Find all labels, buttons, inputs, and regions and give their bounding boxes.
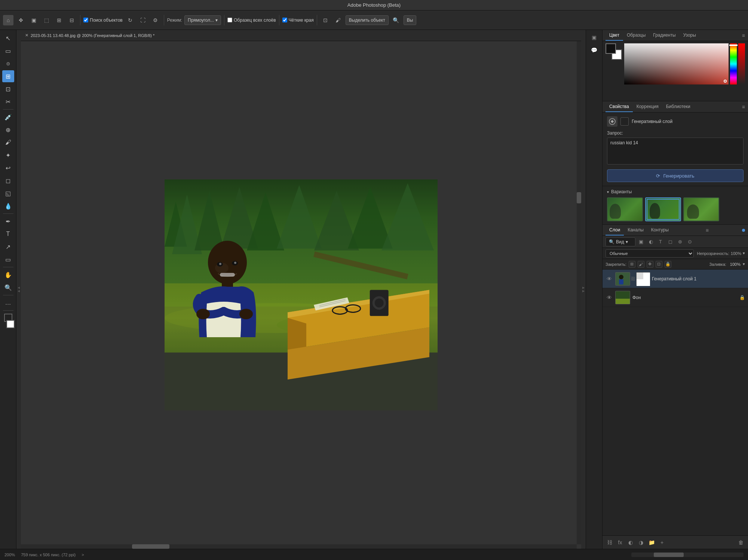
transform-tool[interactable]: ⊞ bbox=[2, 70, 14, 82]
foreground-color-box[interactable] bbox=[606, 43, 616, 54]
layer-adjust-filter[interactable]: ◐ bbox=[647, 238, 655, 246]
lock-artboard-btn[interactable]: 🖌 bbox=[638, 261, 644, 268]
layer-fx-btn[interactable]: fx bbox=[616, 538, 624, 547]
add-mask-btn[interactable]: ◐ bbox=[626, 538, 635, 547]
variant-thumb-3[interactable] bbox=[683, 197, 719, 221]
tab-color[interactable]: Цвет bbox=[606, 30, 623, 41]
bottom-scrollbar-thumb[interactable] bbox=[654, 553, 684, 557]
link-layers-btn[interactable]: ⛓ bbox=[606, 538, 614, 547]
new-layer-btn[interactable]: + bbox=[658, 538, 666, 547]
history-brush[interactable]: ↩ bbox=[2, 162, 14, 174]
lock-all-btn[interactable]: 🔒 bbox=[665, 261, 671, 268]
variant-thumb-1[interactable] bbox=[607, 197, 643, 221]
color-panel-icon[interactable]: ▣ bbox=[588, 31, 600, 43]
layer-row-2[interactable]: 👁 Фон 🔒 bbox=[603, 288, 748, 307]
blur-tool[interactable]: 💧 bbox=[2, 200, 14, 212]
lock-artboard2-btn[interactable]: ⊡ bbox=[656, 261, 662, 268]
slice-tool[interactable]: ✂ bbox=[2, 96, 14, 108]
sample-all-layers-checkbox[interactable]: Образец всех слоёв bbox=[227, 18, 276, 23]
shape-tool[interactable]: ▭ bbox=[2, 253, 14, 265]
layers-panel-menu-icon[interactable]: ≡ bbox=[706, 227, 709, 233]
fill-chevron-icon[interactable]: ▾ bbox=[743, 262, 745, 267]
horizontal-scrollbar[interactable] bbox=[21, 544, 577, 549]
status-arrow[interactable]: > bbox=[82, 553, 84, 557]
selection-tool[interactable]: ▭ bbox=[2, 45, 14, 57]
tab-layers[interactable]: Слои bbox=[606, 225, 624, 236]
layer-text-filter[interactable]: T bbox=[656, 238, 665, 246]
variants-chevron-icon[interactable]: ▾ bbox=[607, 190, 609, 194]
color-panel-menu-icon[interactable]: ≡ bbox=[742, 33, 745, 39]
blend-mode-select[interactable]: Обычные bbox=[606, 249, 694, 258]
background-color-swatch[interactable] bbox=[6, 320, 15, 328]
tab-channels[interactable]: Каналы bbox=[624, 225, 647, 236]
path-select-tool[interactable]: ↗ bbox=[2, 241, 14, 253]
variant-thumb-2[interactable] bbox=[645, 197, 681, 221]
gradient-tool[interactable]: ◱ bbox=[2, 187, 14, 199]
tab-libraries[interactable]: Библиотеки bbox=[662, 101, 694, 112]
tab-patterns[interactable]: Узоры bbox=[680, 30, 700, 41]
zoom-tool[interactable]: 🔍 bbox=[2, 281, 14, 293]
new-adjustment-btn[interactable]: ◑ bbox=[637, 538, 645, 547]
layer-filter-toggle[interactable]: ⊙ bbox=[686, 238, 694, 246]
clone-tool[interactable]: ✦ bbox=[2, 149, 14, 161]
search-toolbar-icon[interactable]: 🔍 bbox=[391, 15, 401, 25]
tab-gradients[interactable]: Градиенты bbox=[649, 30, 679, 41]
heal-tool[interactable]: ⊕ bbox=[2, 124, 14, 136]
opacity-chevron-icon[interactable]: ▾ bbox=[743, 251, 745, 256]
crop-tool[interactable]: ⊡ bbox=[2, 83, 14, 95]
eyedropper-tool[interactable]: 💉 bbox=[2, 111, 14, 123]
tab-properties[interactable]: Свойства bbox=[606, 101, 633, 112]
layer-1-visibility-toggle[interactable]: 👁 bbox=[606, 275, 613, 283]
horizontal-scrollbar-thumb[interactable] bbox=[132, 544, 169, 549]
eraser-tool[interactable]: ◻ bbox=[2, 175, 14, 187]
tool-option-1[interactable]: ▣ bbox=[28, 15, 39, 25]
tab-correction[interactable]: Коррекция bbox=[633, 101, 662, 112]
generate-button[interactable]: ⟳ Генерировать bbox=[607, 169, 744, 182]
refresh-icon[interactable]: ↻ bbox=[125, 15, 135, 25]
tool-option-4[interactable]: ⊟ bbox=[67, 15, 77, 25]
layer-2-visibility-toggle[interactable]: 👁 bbox=[606, 294, 613, 301]
tool-option-3[interactable]: ⊞ bbox=[54, 15, 64, 25]
left-panel-collapse[interactable]: ◀ ◀ bbox=[16, 30, 21, 549]
expand-icon[interactable]: ⛶ bbox=[138, 15, 148, 25]
lock-pixels-btn[interactable]: ⊞ bbox=[629, 261, 635, 268]
canvas-scroll-area[interactable] bbox=[21, 41, 581, 549]
lasso-tool[interactable]: ⌾ bbox=[2, 58, 14, 70]
arrow-tool[interactable]: ↖ bbox=[2, 32, 14, 44]
comment-icon[interactable]: 💬 bbox=[588, 44, 600, 56]
new-group-btn[interactable]: 📁 bbox=[647, 538, 656, 547]
settings-icon[interactable]: ⚙ bbox=[150, 15, 161, 25]
sharp-edges-checkbox[interactable]: Чёткие края bbox=[282, 18, 314, 23]
tab-paths[interactable]: Контуры bbox=[647, 225, 672, 236]
props-panel-menu-icon[interactable]: ≡ bbox=[742, 104, 745, 110]
layer-row-1[interactable]: 👁 bbox=[603, 270, 748, 288]
brush-tool[interactable]: 🖌 bbox=[2, 136, 14, 148]
lock-position-btn[interactable]: ✥ bbox=[647, 261, 653, 268]
brush-icon[interactable]: 🖌 bbox=[333, 15, 343, 25]
home-icon[interactable]: ⌂ bbox=[3, 15, 13, 25]
hand-tool[interactable]: ✋ bbox=[2, 269, 14, 281]
vertical-scrollbar-thumb[interactable] bbox=[577, 192, 581, 203]
more-tools[interactable]: … bbox=[2, 297, 14, 309]
color-saturation-picker[interactable] bbox=[624, 43, 729, 84]
tab-close-btn[interactable]: ✕ bbox=[24, 33, 29, 38]
vertical-scrollbar[interactable] bbox=[577, 41, 581, 544]
tab-swatches[interactable]: Образцы bbox=[623, 30, 649, 41]
layer-smart-filter[interactable]: ⊛ bbox=[676, 238, 684, 246]
select-btn[interactable]: Вы bbox=[404, 15, 417, 25]
select-object-btn[interactable]: Выделить объект bbox=[346, 15, 389, 25]
tool-option-2[interactable]: ⬚ bbox=[41, 15, 52, 25]
bottom-scrollbar[interactable] bbox=[631, 553, 744, 557]
request-input[interactable]: russian kid 14 bbox=[607, 138, 744, 164]
layer-shape-filter[interactable]: ◻ bbox=[666, 238, 674, 246]
delete-layer-btn[interactable]: 🗑 bbox=[737, 538, 745, 547]
alpha-slider[interactable] bbox=[738, 43, 745, 84]
move-tool-icon[interactable]: ✥ bbox=[16, 15, 26, 25]
layers-filter-dropdown[interactable]: 🔍 Вид ▾ bbox=[606, 237, 635, 246]
photo-canvas[interactable] bbox=[165, 179, 438, 410]
layer-pixel-filter[interactable]: ▣ bbox=[637, 238, 645, 246]
mode-dropdown[interactable]: Прямоугол... ▾ bbox=[184, 15, 221, 25]
quick-mask-icon[interactable]: ⊡ bbox=[320, 15, 331, 25]
pen-tool[interactable]: ✒ bbox=[2, 215, 14, 227]
text-tool[interactable]: T bbox=[2, 228, 14, 240]
